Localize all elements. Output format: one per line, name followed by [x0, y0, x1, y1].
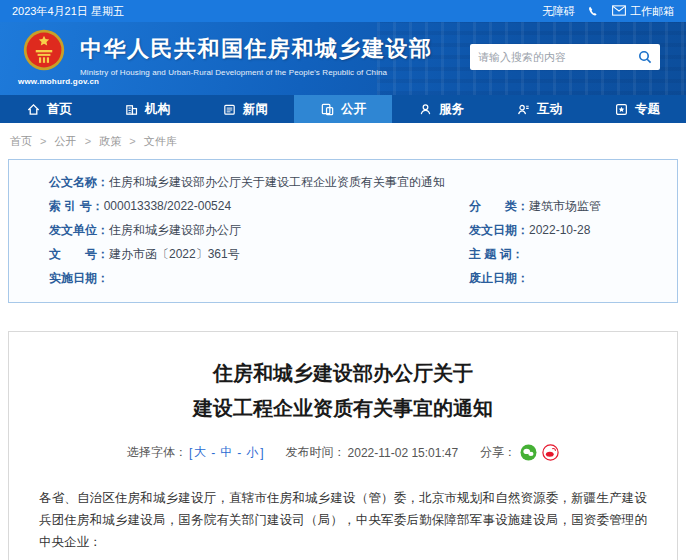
font-dash: - [237, 446, 241, 460]
font-size-small[interactable]: 小 [246, 444, 258, 461]
document-meta-box: 公文名称：住房和城乡建设部办公厅关于建设工程企业资质有关事宜的通知 索 引 号：… [8, 159, 678, 303]
topics-icon [614, 102, 629, 117]
news-icon [222, 102, 237, 117]
meta-label: 公文名称： [49, 175, 109, 189]
home-icon [26, 102, 41, 117]
meta-label: 发文日期： [469, 223, 529, 237]
share-wechat-icon[interactable] [520, 444, 537, 461]
nav-item-home[interactable]: 首页 [0, 95, 98, 123]
accessibility-link[interactable]: 无障碍 [542, 4, 575, 19]
nav-item-disclosure[interactable]: 公开 [294, 95, 392, 123]
nav-label: 公开 [341, 101, 366, 118]
phone-icon[interactable] [587, 5, 600, 18]
service-icon [418, 102, 433, 117]
meta-label: 文 号： [49, 247, 109, 261]
font-size-large[interactable]: 大 [194, 444, 206, 461]
meta-label: 索 引 号： [49, 199, 104, 213]
breadcrumb-separator: > [85, 135, 91, 147]
share-label: 分享： [480, 444, 516, 461]
article-paragraph-salutation: 各省、自治区住房和城乡建设厅，直辖市住房和城乡建设（管）委，北京市规划和自然资源… [39, 487, 647, 553]
meta-row-doc-number: 文 号：建办市函〔2022〕361号 [49, 242, 445, 266]
font-bracket-open: [ [189, 446, 192, 460]
breadcrumb-separator: > [40, 135, 46, 147]
nav-label: 服务 [439, 101, 464, 118]
article-box: 住房和城乡建设部办公厅关于 建设工程企业资质有关事宜的通知 选择字体： [ 大 … [8, 331, 678, 560]
article-title-line2: 建设工程企业资质有关事宜的通知 [39, 391, 647, 426]
nav-label: 机构 [145, 101, 170, 118]
nav-label: 首页 [47, 101, 72, 118]
meta-row-doc-name: 公文名称：住房和城乡建设部办公厅关于建设工程企业资质有关事宜的通知 [49, 170, 445, 194]
nav-label: 互动 [537, 101, 562, 118]
article-title: 住房和城乡建设部办公厅关于 建设工程企业资质有关事宜的通知 [39, 356, 647, 426]
nav-item-news[interactable]: 新闻 [196, 95, 294, 123]
search-button[interactable] [630, 44, 660, 70]
site-title-english: Ministry of Housing and Urban-Rural Deve… [80, 68, 433, 77]
main-nav: 首页 机构 新闻 公开 服务 互动 专题 [0, 95, 686, 123]
meta-label: 分 类： [469, 199, 529, 213]
organization-icon [124, 102, 139, 117]
article-info-bar: 选择字体： [ 大 - 中 - 小 ] 发布时间： 2022-11-02 15:… [39, 444, 647, 461]
work-mailbox-link[interactable]: 工作邮箱 [612, 4, 674, 19]
meta-label: 主 题 词： [469, 247, 524, 261]
search-input[interactable] [470, 51, 630, 63]
publish-time: 2022-11-02 15:01:47 [348, 446, 459, 460]
meta-row-repeal-date: 废止日期： [469, 266, 677, 290]
accessibility-label: 无障碍 [542, 4, 575, 19]
nav-item-organization[interactable]: 机构 [98, 95, 196, 123]
search-box [470, 44, 660, 70]
breadcrumb-policy[interactable]: 政策 [99, 135, 121, 147]
national-emblem-icon [22, 58, 66, 75]
site-title: 中华人民共和国住房和城乡建设部 [80, 34, 433, 64]
top-utility-bar: 2023年4月21日 星期五 无障碍 工作邮箱 [0, 0, 686, 22]
meta-row-index-number: 索 引 号：000013338/2022-00524 [49, 194, 445, 218]
meta-row-subject-words: 主 题 词： [469, 242, 677, 266]
current-date: 2023年4月21日 星期五 [12, 4, 124, 19]
breadcrumb-disclosure[interactable]: 公开 [55, 135, 77, 147]
breadcrumb-home[interactable]: 首页 [10, 135, 32, 147]
font-bracket-close: ] [260, 446, 263, 460]
nav-item-services[interactable]: 服务 [392, 95, 490, 123]
nav-label: 新闻 [243, 101, 268, 118]
mailbox-label: 工作邮箱 [630, 4, 674, 19]
meta-row-category: 分 类：建筑市场监管 [469, 194, 677, 218]
disclosure-icon [320, 102, 335, 117]
meta-value: 000013338/2022-00524 [104, 199, 231, 213]
site-url: www.mohurd.gov.cn [18, 77, 70, 86]
mail-icon [612, 5, 626, 18]
nav-item-topics[interactable]: 专题 [588, 95, 686, 123]
publish-time-label: 发布时间： [286, 444, 346, 461]
search-icon [637, 49, 653, 65]
meta-row-issue-date: 发文日期：2022-10-28 [469, 218, 677, 242]
meta-row-implement-date: 实施日期： [49, 266, 445, 290]
breadcrumb: 首页 > 公开 > 政策 > 文件库 [0, 123, 686, 159]
interaction-icon [516, 102, 531, 117]
font-select-label: 选择字体： [127, 444, 187, 461]
meta-value: 2022-10-28 [529, 223, 590, 237]
nav-item-interaction[interactable]: 互动 [490, 95, 588, 123]
meta-value: 住房和城乡建设部办公厅 [109, 223, 241, 237]
meta-value: 住房和城乡建设部办公厅关于建设工程企业资质有关事宜的通知 [109, 175, 445, 189]
breadcrumb-library: 文件库 [144, 135, 177, 147]
nav-label: 专题 [635, 101, 660, 118]
share-weibo-icon[interactable] [542, 444, 559, 461]
meta-label: 发文单位： [49, 223, 109, 237]
meta-label: 实施日期： [49, 271, 109, 285]
breadcrumb-separator: > [129, 135, 135, 147]
meta-row-issuing-unit: 发文单位：住房和城乡建设部办公厅 [49, 218, 445, 242]
header-banner: www.mohurd.gov.cn 中华人民共和国住房和城乡建设部 Minist… [0, 22, 686, 95]
article-body: 各省、自治区住房和城乡建设厅，直辖市住房和城乡建设（管）委，北京市规划和自然资源… [39, 487, 647, 560]
meta-value: 建办市函〔2022〕361号 [109, 247, 240, 261]
meta-label: 废止日期： [469, 271, 529, 285]
meta-value: 建筑市场监管 [529, 199, 601, 213]
article-title-line1: 住房和城乡建设部办公厅关于 [39, 356, 647, 391]
font-dash: - [211, 446, 215, 460]
font-size-medium[interactable]: 中 [220, 444, 232, 461]
